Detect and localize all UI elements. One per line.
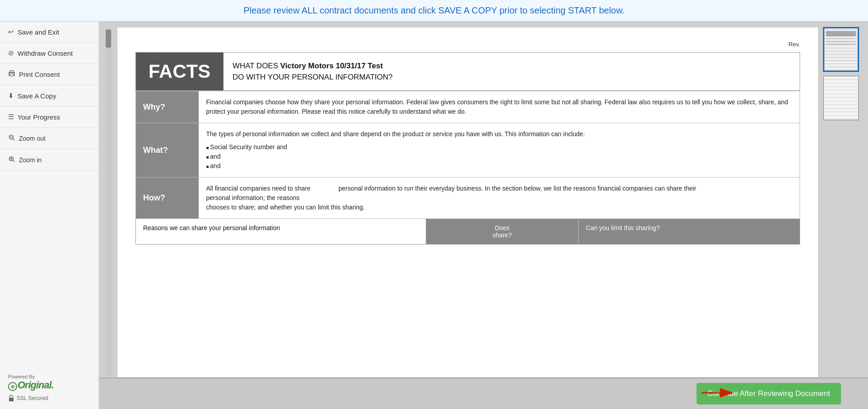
how-text1: All financial companies need to share xyxy=(206,185,310,192)
ssl-secured: SSL Secured xyxy=(0,395,99,409)
what-text: The types of personal information we col… xyxy=(206,130,585,138)
withdraw-icon: ⊘ xyxy=(8,49,14,57)
how-text4: chooses to share; and whether you can li… xyxy=(206,204,365,211)
thumbnail-2-preview xyxy=(824,76,858,120)
sidebar-item-save-and-exit[interactable]: ↩ Save and Exit xyxy=(0,22,99,43)
company-name: Victory Motors 10/31/17 Test xyxy=(280,62,383,70)
how-content: All financial companies need to share pe… xyxy=(199,178,800,219)
save-exit-icon: ↩ xyxy=(8,28,14,36)
sidebar-spacer xyxy=(0,171,99,367)
facts-footer: Reasons we can share your personal infor… xyxy=(135,219,800,245)
bullet-1: Social Security number and xyxy=(206,142,792,152)
svg-rect-2 xyxy=(10,74,13,76)
banner-text: Please review ALL contract documents and… xyxy=(243,5,625,15)
document-container: Rev. FACTS WHAT DOES Victory Motors 10/3… xyxy=(117,27,819,378)
print-label: Print Consent xyxy=(19,71,60,78)
what-label: What? xyxy=(136,123,199,178)
save-copy-label: Save A Copy xyxy=(18,92,56,100)
why-row: Why? Financial companies choose how they… xyxy=(136,91,800,123)
facts-table: Why? Financial companies choose how they… xyxy=(135,91,800,219)
bottom-bar: Continue After Reviewing Document xyxy=(99,378,868,409)
progress-icon: ☰ xyxy=(8,113,14,121)
progress-label: Your Progress xyxy=(18,113,60,121)
svg-rect-10 xyxy=(9,398,13,401)
ssl-label: SSL Secured xyxy=(17,395,48,401)
save-copy-icon: ⬇ xyxy=(8,92,14,100)
zoom-out-icon xyxy=(8,134,15,142)
main-layout: ↩ Save and Exit ⊘ Withdraw Consent Print… xyxy=(0,22,868,409)
lock-icon xyxy=(8,395,14,402)
facts-title-line2: DO WITH YOUR PERSONAL INFORMATION? xyxy=(233,71,393,83)
e-circle: e xyxy=(8,382,17,391)
top-banner: Please review ALL contract documents and… xyxy=(0,0,868,22)
how-label: How? xyxy=(136,178,199,219)
sidebar-item-zoom-out[interactable]: Zoom out xyxy=(0,128,99,149)
doc-rev: Rev. xyxy=(135,41,800,48)
thumbnail-1[interactable] xyxy=(823,27,859,72)
why-content: Financial companies choose how they shar… xyxy=(199,91,800,123)
what-content: The types of personal information we col… xyxy=(199,123,800,178)
sidebar-item-zoom-in[interactable]: Zoom in xyxy=(0,149,99,171)
arrow-icon xyxy=(702,385,738,403)
footer-col2-text: Doesshare? xyxy=(433,224,571,239)
bullet-3: and xyxy=(206,161,792,171)
thumbnails-panel xyxy=(823,27,864,378)
thumbnail-1-preview xyxy=(824,28,858,71)
footer-col1: Reasons we can share your personal infor… xyxy=(136,219,426,244)
sidebar: ↩ Save and Exit ⊘ Withdraw Consent Print… xyxy=(0,22,99,409)
sidebar-item-save-copy[interactable]: ⬇ Save A Copy xyxy=(0,85,99,107)
bullet-2: and xyxy=(206,152,792,161)
eoriginal-logo: eOriginal. xyxy=(8,379,90,391)
save-exit-label: Save and Exit xyxy=(18,28,59,36)
sidebar-item-print-consent[interactable]: Print Consent xyxy=(0,64,99,85)
doc-wrapper: Rev. FACTS WHAT DOES Victory Motors 10/3… xyxy=(99,22,868,378)
how-row: How? All financial companies need to sha… xyxy=(136,178,800,219)
svg-line-4 xyxy=(13,139,15,141)
powered-by-label: Powered By xyxy=(8,374,90,379)
svg-line-7 xyxy=(13,160,15,162)
thumbnail-2[interactable] xyxy=(823,76,859,120)
doc-scrollbar[interactable] xyxy=(104,27,112,378)
zoom-out-label: Zoom out xyxy=(19,135,45,142)
what-bullets: Social Security number and and and xyxy=(206,142,792,171)
how-text3: personal information; the reasons xyxy=(206,194,300,201)
scrollbar-thumb[interactable] xyxy=(106,30,111,48)
sidebar-item-withdraw-consent[interactable]: ⊘ Withdraw Consent xyxy=(0,43,99,64)
withdraw-label: Withdraw Consent xyxy=(18,49,73,57)
facts-box: FACTS xyxy=(136,53,223,90)
how-text2: personal information to run their everyd… xyxy=(338,185,696,192)
content-area: Rev. FACTS WHAT DOES Victory Motors 10/3… xyxy=(99,22,868,409)
why-label: Why? xyxy=(136,91,199,123)
footer-col2: Doesshare? xyxy=(426,219,579,244)
zoom-in-label: Zoom in xyxy=(19,156,42,164)
scrollbar-track[interactable] xyxy=(105,28,112,377)
zoom-in-icon xyxy=(8,156,15,164)
facts-header: FACTS WHAT DOES Victory Motors 10/31/17 … xyxy=(135,52,800,91)
powered-by: Powered By eOriginal. xyxy=(0,367,99,395)
sidebar-item-your-progress[interactable]: ☰ Your Progress xyxy=(0,107,99,128)
what-row: What? The types of personal information … xyxy=(136,123,800,178)
facts-title: WHAT DOES Victory Motors 10/31/17 Test D… xyxy=(223,53,402,90)
footer-col3: Can you limit this sharing? xyxy=(579,219,800,244)
print-icon xyxy=(8,70,15,79)
